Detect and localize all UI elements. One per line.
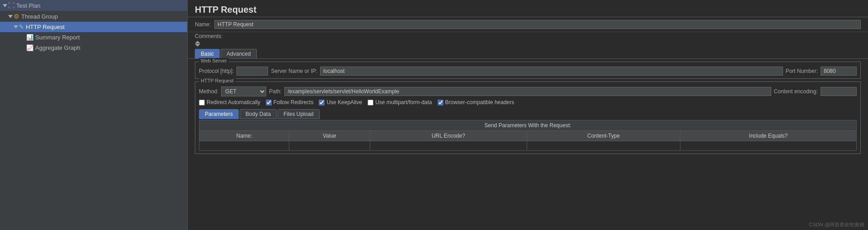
multipart-input[interactable] — [368, 100, 373, 105]
sidebar-item-label: Test Plan — [16, 2, 40, 9]
collapse-arrows[interactable] — [195, 41, 200, 47]
use-keepalive-label: Use KeepAlive — [326, 99, 362, 105]
sidebar: ⛶ Test Plan ⚙ Thread Group ✎ HTTP Reques… — [0, 0, 188, 230]
arrow-up-icon — [195, 41, 200, 43]
col-name: Name: — [199, 131, 289, 141]
sidebar-item-label: Thread Group — [21, 13, 58, 20]
collapse-icon — [3, 4, 7, 7]
http-request-row: Method: GET POST PUT DELETE PATCH HEAD O… — [199, 85, 857, 96]
sidebar-item-http-request[interactable]: ✎ HTTP Request — [0, 22, 187, 32]
sidebar-item-thread-group[interactable]: ⚙ Thread Group — [0, 11, 187, 22]
sidebar-item-summary-report[interactable]: 📊 Summary Report — [0, 32, 187, 43]
http-request-section: HTTP Request Method: GET POST PUT DELETE… — [195, 81, 861, 154]
summary-report-icon: 📊 — [26, 34, 33, 41]
table-row — [199, 141, 857, 151]
collapse-icon — [14, 25, 18, 29]
http-request-legend: HTTP Request — [199, 78, 236, 83]
col-url-encode: URL Encode? — [370, 131, 527, 141]
follow-redirects-input[interactable] — [266, 100, 272, 105]
main-panel: HTTP Request Name: Comments: Basic Advan… — [188, 0, 868, 230]
sub-tabs-row: Parameters Body Data Files Upload — [199, 107, 857, 119]
follow-redirects-checkbox[interactable]: Follow Redirects — [266, 99, 314, 105]
protocol-label: Protocol [http]: — [199, 68, 234, 74]
sidebar-item-test-plan[interactable]: ⛶ Test Plan — [0, 0, 187, 11]
collapse-row — [188, 40, 868, 47]
name-label: Name: — [195, 21, 211, 28]
sub-tab-body-data[interactable]: Body Data — [240, 109, 277, 119]
browser-compat-input[interactable] — [438, 100, 443, 105]
name-row: Name: — [188, 17, 868, 32]
sub-tab-files-upload[interactable]: Files Upload — [278, 109, 320, 119]
aggregate-graph-icon: 📈 — [26, 44, 33, 51]
col-value: Value — [289, 131, 370, 141]
name-input[interactable] — [214, 20, 861, 29]
thread-group-icon: ⚙ — [14, 13, 19, 20]
redirect-auto-input[interactable] — [199, 100, 205, 105]
table-header-row: Name: Value URL Encode? Content-Type Inc… — [199, 131, 857, 141]
use-keepalive-input[interactable] — [319, 100, 325, 105]
sidebar-item-label: Aggregate Graph — [35, 44, 80, 51]
sidebar-item-label: Summary Report — [35, 34, 80, 41]
path-label: Path: — [269, 88, 282, 95]
page-title: HTTP Request — [188, 0, 868, 17]
protocol-input[interactable] — [236, 67, 268, 76]
server-input[interactable] — [320, 67, 783, 76]
test-plan-icon: ⛶ — [8, 2, 14, 9]
web-server-section: Web Server Protocol [http]: Server Name … — [195, 62, 861, 79]
follow-redirects-label: Follow Redirects — [274, 99, 314, 105]
collapse-icon — [8, 15, 13, 18]
method-select[interactable]: GET POST PUT DELETE PATCH HEAD OPTIONS — [221, 86, 266, 96]
browser-compat-checkbox[interactable]: Browser-compatible headers — [438, 99, 514, 105]
redirect-auto-checkbox[interactable]: Redirect Automatically — [199, 99, 260, 105]
watermark: CSDN @阿昌喜欢吃黄桃 — [809, 221, 864, 228]
tab-basic[interactable]: Basic — [195, 49, 220, 58]
sidebar-item-label: HTTP Request — [26, 24, 65, 30]
browser-compat-label: Browser-compatible headers — [445, 99, 514, 105]
content-encoding-label: Content encoding: — [774, 88, 818, 95]
server-label: Server Name or IP: — [271, 68, 317, 74]
web-server-row: Protocol [http]: Server Name or IP: Port… — [199, 65, 857, 76]
path-input[interactable] — [284, 87, 771, 96]
col-include-equals: Include Equals? — [680, 131, 857, 141]
redirect-auto-label: Redirect Automatically — [207, 99, 260, 105]
web-server-legend: Web Server — [199, 58, 229, 63]
port-input[interactable] — [821, 67, 857, 76]
checkboxes-row: Redirect Automatically Follow Redirects … — [199, 96, 857, 107]
col-content-type: Content-Type — [527, 131, 680, 141]
tabs-row: Basic Advanced — [188, 47, 868, 59]
content-encoding-input[interactable] — [821, 87, 857, 96]
sidebar-item-aggregate-graph[interactable]: 📈 Aggregate Graph — [0, 43, 187, 53]
port-label: Port Number: — [786, 68, 818, 74]
params-table: Send Parameters With the Request: Name: … — [199, 120, 857, 151]
multipart-checkbox[interactable]: Use multipart/form-data — [368, 99, 432, 105]
arrow-down-icon — [195, 44, 200, 47]
comments-label: Comments: — [195, 33, 222, 39]
multipart-label: Use multipart/form-data — [375, 99, 432, 105]
table-header-text: Send Parameters With the Request: — [199, 120, 857, 131]
use-keepalive-checkbox[interactable]: Use KeepAlive — [319, 99, 362, 105]
method-label: Method: — [199, 88, 218, 95]
comments-row: Comments: — [188, 32, 868, 40]
tab-advanced[interactable]: Advanced — [221, 49, 256, 58]
http-request-icon: ✎ — [19, 24, 24, 30]
sub-tab-parameters[interactable]: Parameters — [199, 109, 239, 119]
